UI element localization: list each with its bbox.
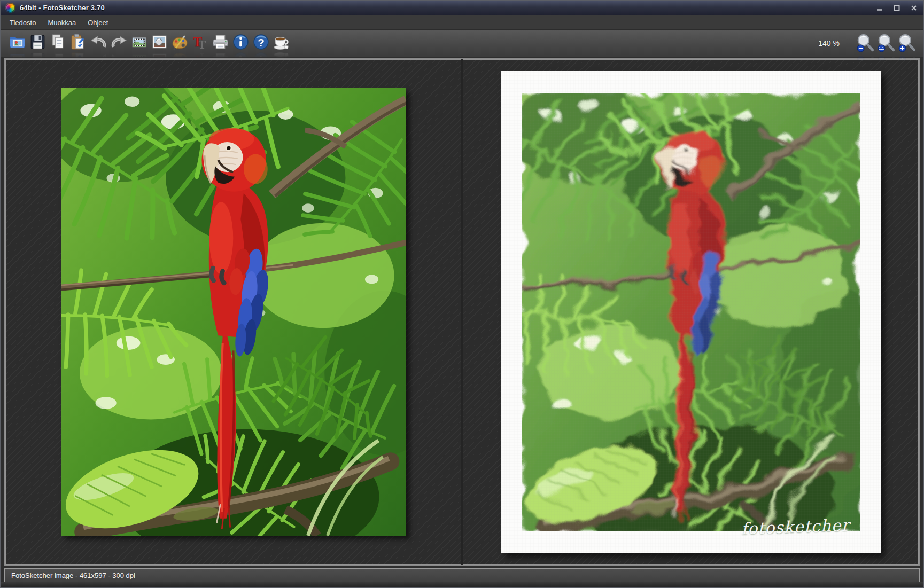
- add-text-button[interactable]: T T: [190, 33, 210, 54]
- open-image-icon: [9, 33, 26, 51]
- toolbar: ✂: [1, 30, 923, 57]
- coffee-icon: [273, 33, 290, 51]
- info-icon: [232, 33, 250, 51]
- status-text: FotoSketcher image - 461x597 - 300 dpi: [11, 571, 135, 579]
- window-controls: [874, 1, 919, 15]
- open-image-button[interactable]: [7, 33, 27, 54]
- svg-text:T: T: [193, 34, 202, 50]
- save-icon: [29, 33, 46, 51]
- palette-icon: [171, 33, 189, 51]
- redo-button[interactable]: [108, 33, 129, 54]
- text-icon: T T: [191, 33, 209, 51]
- zoom-in-button[interactable]: [896, 32, 917, 54]
- status-bar: FotoSketcher image - 461x597 - 300 dpi: [4, 568, 920, 582]
- save-image-button[interactable]: [27, 33, 48, 54]
- close-icon: [911, 5, 917, 11]
- crop-icon: ✂: [130, 33, 148, 51]
- paste-icon: [69, 33, 87, 51]
- zoom-out-button[interactable]: [855, 32, 875, 54]
- painted-photo-scene: [522, 93, 860, 531]
- result-image-panel: fotosketcher: [463, 59, 919, 565]
- title-bar: 64bit - FotoSketcher 3.70: [1, 1, 923, 15]
- svg-text:?: ?: [258, 36, 265, 49]
- workspace: fotosketcher: [4, 58, 920, 566]
- menu-muokkaa[interactable]: Muokkaa: [42, 17, 82, 29]
- help-icon: ?: [252, 33, 270, 51]
- paste-button[interactable]: [68, 33, 88, 54]
- menu-bar: Tiedosto Muokkaa Ohjeet: [1, 15, 923, 30]
- print-button[interactable]: [210, 33, 230, 54]
- zoom-level: 140 %: [818, 39, 840, 48]
- painted-image: fotosketcher: [501, 71, 881, 553]
- zoom-out-icon: [855, 33, 875, 54]
- minimize-button[interactable]: [874, 3, 885, 13]
- zoom-in-icon: [897, 33, 917, 54]
- zoom-one-to-one-icon: 1:1: [876, 33, 896, 54]
- svg-text:1:1: 1:1: [879, 46, 884, 50]
- redo-icon: [110, 33, 128, 51]
- original-image: [61, 88, 406, 536]
- undo-button[interactable]: [88, 33, 108, 54]
- info-button[interactable]: [230, 33, 251, 54]
- window-title: 64bit - FotoSketcher 3.70: [20, 4, 105, 12]
- print-icon: [212, 33, 229, 51]
- undo-icon: [90, 33, 107, 51]
- original-photo-scene: [61, 88, 406, 536]
- minimize-icon: [876, 5, 883, 11]
- donate-coffee-button[interactable]: [271, 33, 291, 54]
- image-icon: [151, 33, 168, 51]
- maximize-button[interactable]: [891, 3, 902, 13]
- copy-icon: [49, 33, 67, 51]
- crop-button[interactable]: ✂: [129, 33, 149, 54]
- help-button[interactable]: ?: [251, 33, 271, 54]
- menu-ohjeet[interactable]: Ohjeet: [82, 17, 114, 29]
- toolbar-zoom-group: 140 % 1:1: [818, 32, 917, 54]
- copy-button[interactable]: [48, 33, 68, 54]
- app-window: 64bit - FotoSketcher 3.70 Tiedosto Muokk…: [0, 0, 924, 588]
- drawing-parameters-button[interactable]: [169, 33, 190, 54]
- zoom-actual-size-button[interactable]: 1:1: [875, 32, 896, 54]
- image-size-button[interactable]: [149, 33, 169, 54]
- close-button[interactable]: [909, 3, 919, 13]
- watermark: fotosketcher: [741, 515, 850, 538]
- fotosketcher-logo-icon: [5, 3, 15, 13]
- original-image-panel: [5, 59, 461, 565]
- window-bottom-edge: [1, 582, 923, 587]
- menu-tiedosto[interactable]: Tiedosto: [4, 17, 42, 29]
- maximize-icon: [894, 5, 900, 11]
